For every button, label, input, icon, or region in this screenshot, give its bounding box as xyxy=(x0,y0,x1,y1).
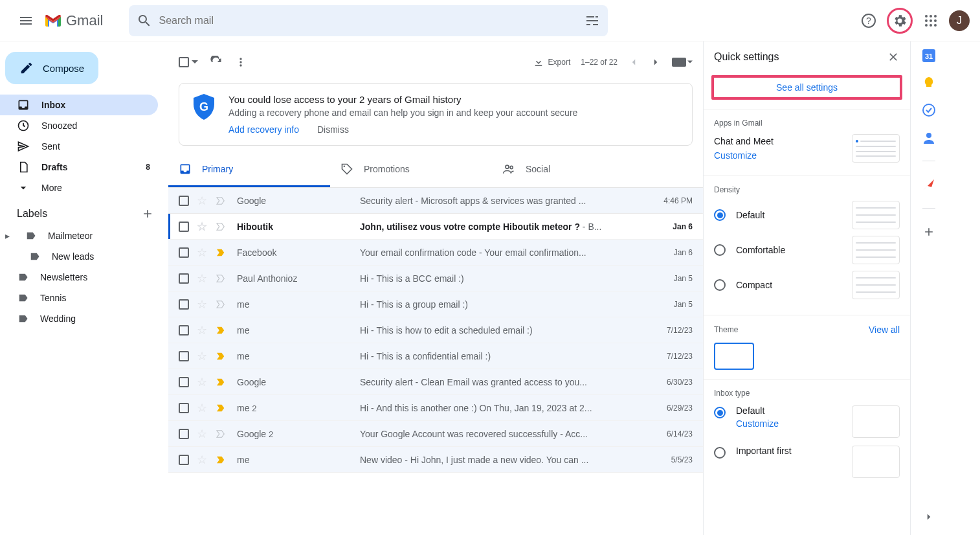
mail-row[interactable]: ☆meHi - This is how to edit a scheduled … xyxy=(168,317,703,343)
row-checkbox[interactable] xyxy=(179,455,189,465)
theme-thumbnail[interactable] xyxy=(714,343,754,370)
important-icon[interactable] xyxy=(215,376,227,388)
label-newsletters[interactable]: Newsletters xyxy=(0,267,166,288)
row-checkbox[interactable] xyxy=(179,247,189,258)
row-checkbox[interactable] xyxy=(179,196,189,206)
star-icon[interactable]: ☆ xyxy=(197,375,207,389)
star-icon[interactable]: ☆ xyxy=(197,349,207,363)
compose-button[interactable]: Compose xyxy=(5,52,98,84)
important-icon[interactable] xyxy=(215,402,227,414)
nav-more[interactable]: More xyxy=(0,177,158,198)
select-all-checkbox[interactable] xyxy=(179,57,198,67)
tab-primary[interactable]: Primary xyxy=(168,151,330,187)
important-icon[interactable] xyxy=(215,428,227,440)
radio[interactable] xyxy=(714,209,726,221)
label-mailmeteor[interactable]: ▸Mailmeteor xyxy=(0,225,166,246)
important-icon[interactable] xyxy=(215,273,227,284)
customize-chat-link[interactable]: Customize xyxy=(714,150,774,161)
next-page-button[interactable] xyxy=(650,56,662,68)
star-icon[interactable]: ☆ xyxy=(197,427,207,441)
caret-icon[interactable]: ▸ xyxy=(5,231,13,241)
star-icon[interactable]: ☆ xyxy=(197,271,207,286)
nav-inbox[interactable]: Inbox xyxy=(0,95,158,115)
label-new-leads[interactable]: New leads xyxy=(0,246,166,267)
label-tennis[interactable]: Tennis xyxy=(0,288,166,308)
star-icon[interactable]: ☆ xyxy=(197,245,207,260)
row-checkbox[interactable] xyxy=(179,273,189,284)
mail-row[interactable]: ☆GoogleSecurity alert - Clean Email was … xyxy=(168,369,703,395)
inbox-type-important-first[interactable]: Important first xyxy=(714,446,900,478)
close-settings-button[interactable] xyxy=(887,51,900,63)
mail-row[interactable]: ☆GoogleSecurity alert - Microsoft apps &… xyxy=(168,188,703,214)
add-recovery-link[interactable]: Add recovery info xyxy=(228,124,299,135)
mail-row[interactable]: ☆me 2Hi - And this is another one :) On … xyxy=(168,395,703,421)
tasks-icon[interactable] xyxy=(922,104,935,117)
row-checkbox[interactable] xyxy=(179,351,189,361)
gmail-logo[interactable]: Gmail xyxy=(44,12,103,29)
search-bar[interactable] xyxy=(129,5,608,36)
input-tools-button[interactable] xyxy=(672,58,693,67)
row-checkbox[interactable] xyxy=(179,299,189,310)
contacts-icon[interactable] xyxy=(922,131,935,144)
mail-row[interactable]: ☆meNew video - Hi John, I just made a ne… xyxy=(168,447,703,473)
support-icon[interactable]: ? xyxy=(856,8,882,34)
star-icon[interactable]: ☆ xyxy=(197,297,207,312)
mail-row[interactable]: ☆HiboutikJohn, utilisez vous votre compt… xyxy=(168,214,703,240)
radio[interactable] xyxy=(714,447,726,459)
density-default[interactable]: Default xyxy=(714,201,900,229)
mail-list[interactable]: ☆GoogleSecurity alert - Microsoft apps &… xyxy=(168,188,703,535)
important-icon[interactable] xyxy=(215,247,227,258)
radio[interactable] xyxy=(714,244,726,256)
radio[interactable] xyxy=(714,279,726,291)
collapse-rail-icon[interactable] xyxy=(922,514,935,527)
nav-sent[interactable]: Sent xyxy=(0,136,158,157)
row-checkbox[interactable] xyxy=(179,403,189,413)
star-icon[interactable]: ☆ xyxy=(197,323,207,337)
row-checkbox[interactable] xyxy=(179,222,189,232)
important-icon[interactable] xyxy=(215,454,227,466)
star-icon[interactable]: ☆ xyxy=(197,220,207,234)
mail-row[interactable]: ☆Paul AnthoniozHi - This is a BCC email … xyxy=(168,266,703,291)
tab-social[interactable]: Social xyxy=(492,151,654,187)
menu-icon[interactable] xyxy=(10,5,41,36)
dismiss-banner-button[interactable]: Dismiss xyxy=(317,124,349,135)
mail-row[interactable]: ☆FacebookYour email confirmation code - … xyxy=(168,240,703,266)
row-checkbox[interactable] xyxy=(179,325,189,336)
nav-snoozed[interactable]: Snoozed xyxy=(0,115,158,136)
tab-promotions[interactable]: Promotions xyxy=(330,151,492,187)
prev-page-button[interactable] xyxy=(628,56,640,68)
star-icon[interactable]: ☆ xyxy=(197,401,207,415)
star-icon[interactable]: ☆ xyxy=(197,453,207,467)
apps-grid-icon[interactable] xyxy=(918,8,944,34)
customize-inbox-link[interactable]: Customize xyxy=(736,418,779,429)
refresh-button[interactable] xyxy=(210,56,223,69)
view-all-themes-link[interactable]: View all xyxy=(869,324,900,335)
keep-icon[interactable] xyxy=(922,76,935,89)
row-checkbox[interactable] xyxy=(179,429,189,439)
label-wedding[interactable]: Wedding xyxy=(0,308,166,329)
important-icon[interactable] xyxy=(215,195,227,207)
density-compact[interactable]: Compact xyxy=(714,271,900,299)
tune-icon[interactable] xyxy=(585,13,600,28)
density-comfortable[interactable]: Comfortable xyxy=(714,236,900,264)
important-icon[interactable] xyxy=(215,221,227,233)
calendar-icon[interactable]: 31 xyxy=(922,49,935,62)
export-button[interactable]: Export xyxy=(533,56,571,68)
mail-row[interactable]: ☆meHi - This is a group email :)Jan 5 xyxy=(168,291,703,317)
nav-drafts[interactable]: Drafts8 xyxy=(0,157,158,177)
important-icon[interactable] xyxy=(215,324,227,336)
inbox-type-default[interactable]: DefaultCustomize xyxy=(714,405,900,438)
important-icon[interactable] xyxy=(215,350,227,362)
star-icon[interactable]: ☆ xyxy=(197,194,207,208)
row-checkbox[interactable] xyxy=(179,377,189,387)
mailmeteor-icon[interactable] xyxy=(922,178,935,191)
settings-gear-icon[interactable] xyxy=(887,8,913,34)
radio[interactable] xyxy=(714,407,726,418)
dropdown-caret-icon[interactable] xyxy=(192,59,198,65)
get-addons-icon[interactable] xyxy=(922,225,935,238)
more-button[interactable] xyxy=(234,56,247,69)
see-all-settings-button[interactable]: See all settings xyxy=(711,75,902,100)
search-input[interactable] xyxy=(159,15,585,27)
mail-row[interactable]: ☆meHi - This is a confidential email :)7… xyxy=(168,343,703,369)
important-icon[interactable] xyxy=(215,299,227,310)
